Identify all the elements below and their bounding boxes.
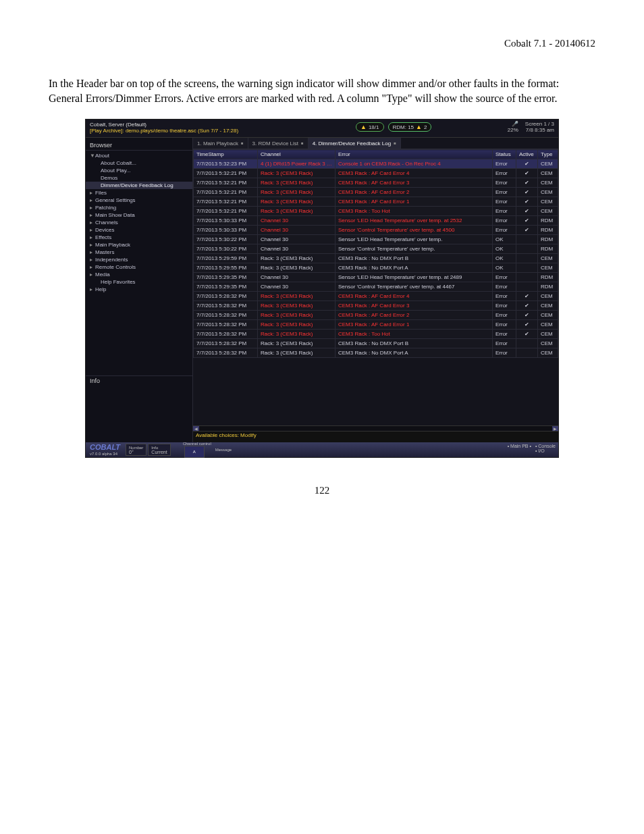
table-cell: CEM3 Rack : AF Card Error 4 (336, 292, 493, 301)
tree-item[interactable]: ▸ Masters (86, 249, 192, 256)
tree-item[interactable]: About Cobalt... (86, 159, 192, 167)
footer-number-box[interactable]: Number 0° (126, 444, 146, 456)
browser-title: Browser (86, 140, 192, 151)
table-cell: Channel 30 (258, 235, 336, 244)
table-cell: RDM (538, 273, 558, 282)
table-cell: CEM (538, 159, 558, 169)
table-row[interactable]: 7/7/2013 5:32:21 PMRack: 3 (CEM3 Rack)CE… (194, 169, 558, 178)
table-cell: RDM (538, 244, 558, 254)
table-row[interactable]: 7/7/2013 5:29:35 PMChannel 30Sensor 'Con… (194, 282, 558, 292)
table-cell: Error (493, 159, 516, 169)
tab[interactable]: 1. Main Playback ■ (193, 138, 248, 149)
table-row[interactable]: 7/7/2013 5:30:33 PMChannel 30Sensor 'LED… (194, 216, 558, 226)
tab[interactable]: 3. RDM Device List ■ (248, 138, 308, 149)
console-indicator: • Console (535, 444, 556, 448)
table-row[interactable]: 7/7/2013 5:29:55 PMRack: 3 (CEM3 Rack)CE… (194, 263, 558, 273)
table-cell: CEM (538, 348, 558, 358)
warning-indicator-rdm[interactable]: RDM: 15 ▲ 2 (388, 122, 432, 132)
table-row[interactable]: 7/7/2013 5:29:35 PMChannel 30Sensor 'LED… (194, 273, 558, 282)
table-cell: CEM3 Rack : No DMX Port B (336, 254, 493, 263)
column-header[interactable]: Type (538, 150, 558, 159)
table-cell: RDM (538, 282, 558, 292)
table-row[interactable]: 7/7/2013 5:28:32 PMRack: 3 (CEM3 Rack)CE… (194, 348, 558, 358)
table-cell: OK (493, 244, 516, 254)
table-row[interactable]: 7/7/2013 5:32:21 PMRack: 3 (CEM3 Rack)CE… (194, 197, 558, 207)
table-cell: CEM (538, 301, 558, 311)
table-row[interactable]: 7/7/2013 5:28:32 PMRack: 3 (CEM3 Rack)CE… (194, 301, 558, 311)
table-cell (516, 282, 538, 292)
table-row[interactable]: 7/7/2013 5:32:23 PM4 (1) DRd15 Power Rac… (194, 159, 558, 169)
table-cell: CEM3 Rack : AF Card Error 2 (336, 311, 493, 320)
tree-item[interactable]: ▸ Media (86, 271, 192, 278)
table-cell: Sensor 'Control Temperature' over temp. (336, 244, 493, 254)
channel-control-a[interactable]: A (184, 446, 205, 458)
table-cell: Rack: 3 (CEM3 Rack) (258, 207, 336, 216)
table-row[interactable]: 7/7/2013 5:29:59 PMRack: 3 (CEM3 Rack)CE… (194, 254, 558, 263)
table-row[interactable]: 7/7/2013 5:30:22 PMChannel 30Sensor 'Con… (194, 244, 558, 254)
tree-item[interactable]: Help Favorites (86, 278, 192, 286)
table-cell (516, 348, 538, 358)
table-row[interactable]: 7/7/2013 5:32:21 PMRack: 3 (CEM3 Rack)CE… (194, 188, 558, 197)
table-cell: Rack: 3 (CEM3 Rack) (258, 320, 336, 330)
table-cell: 7/7/2013 5:29:35 PM (194, 282, 258, 292)
table-cell: Channel 30 (258, 226, 336, 235)
table-cell: CEM3 Rack : AF Card Error 3 (336, 301, 493, 311)
tab[interactable]: 4. Dimmer/Device Feedback Log ■ (308, 138, 401, 149)
tree-item[interactable]: ▸ Effects (86, 234, 192, 241)
table-cell: 7/7/2013 5:32:21 PM (194, 188, 258, 197)
warning-indicator-general[interactable]: ▲ 18/1 (356, 122, 384, 132)
table-cell: CEM (538, 254, 558, 263)
table-row[interactable]: 7/7/2013 5:28:32 PMRack: 3 (CEM3 Rack)CE… (194, 339, 558, 348)
column-header[interactable]: Status (493, 150, 516, 159)
browser-sidebar: Browser ▼ AboutAbout Cobalt...About Play… (86, 138, 193, 442)
tree-item[interactable]: About Play... (86, 167, 192, 174)
table-cell (516, 339, 538, 348)
table-cell: 7/7/2013 5:28:32 PM (194, 292, 258, 301)
table-cell: CEM (538, 292, 558, 301)
table-header-row: TimeStampChannelErrorStatusActiveType (194, 150, 558, 159)
tree-item[interactable]: ▸ Remote Controls (86, 263, 192, 271)
table-cell: Rack: 3 (CEM3 Rack) (258, 169, 336, 178)
table-row[interactable]: 7/7/2013 5:30:33 PMChannel 30Sensor 'Con… (194, 226, 558, 235)
tree-item[interactable]: ▸ Independents (86, 256, 192, 263)
table-row[interactable]: 7/7/2013 5:28:32 PMRack: 3 (CEM3 Rack)CE… (194, 311, 558, 320)
table-row[interactable]: 7/7/2013 5:32:21 PMRack: 3 (CEM3 Rack)CE… (194, 178, 558, 188)
doc-header: Cobalt 7.1 - 20140612 (49, 38, 595, 49)
tree-item[interactable]: ▸ Patching (86, 204, 192, 211)
tree-item[interactable]: ▸ Files (86, 189, 192, 197)
column-header[interactable]: Error (336, 150, 493, 159)
table-cell: Error (493, 188, 516, 197)
table-row[interactable]: 7/7/2013 5:28:32 PMRack: 3 (CEM3 Rack)CE… (194, 292, 558, 301)
table-cell: Error (493, 301, 516, 311)
tree-item[interactable]: Demos (86, 174, 192, 182)
tree-item[interactable]: ▸ General Settings (86, 197, 192, 204)
table-cell: Rack: 3 (CEM3 Rack) (258, 330, 336, 339)
tree-item[interactable]: ▸ Main Show Data (86, 211, 192, 219)
browser-tree: ▼ AboutAbout Cobalt...About Play...Demos… (86, 151, 192, 375)
table-cell: RDM (538, 216, 558, 226)
tree-item[interactable]: ▸ Channels (86, 219, 192, 226)
table-row[interactable]: 7/7/2013 5:32:21 PMRack: 3 (CEM3 Rack)CE… (194, 207, 558, 216)
table-row[interactable]: 7/7/2013 5:28:32 PMRack: 3 (CEM3 Rack)CE… (194, 320, 558, 330)
column-header[interactable]: Channel (258, 150, 336, 159)
column-header[interactable]: TimeStamp (194, 150, 258, 159)
table-cell: Sensor 'LED Head Temperature' over temp. (336, 235, 493, 244)
table-row[interactable]: 7/7/2013 5:28:32 PMRack: 3 (CEM3 Rack)CE… (194, 330, 558, 339)
log-table-wrap: TimeStampChannelErrorStatusActiveType 7/… (193, 149, 558, 442)
table-cell: ✔ (516, 226, 538, 235)
table-cell: 4 (1) DRd15 Power Rack 3 (CEM3 Rack) (258, 159, 336, 169)
column-header[interactable]: Active (516, 150, 538, 159)
page-number: 122 (49, 485, 595, 496)
table-cell: Error (493, 320, 516, 330)
table-cell: CEM (538, 263, 558, 273)
tree-item[interactable]: ▼ About (86, 152, 192, 159)
table-cell (516, 263, 538, 273)
tree-item[interactable]: ▸ Help (86, 286, 192, 293)
table-cell (516, 254, 538, 263)
table-cell: CEM (538, 339, 558, 348)
footer-info-box[interactable]: Info Current (148, 444, 170, 456)
tree-item[interactable]: ▸ Main Playback (86, 241, 192, 249)
table-row[interactable]: 7/7/2013 5:30:22 PMChannel 30Sensor 'LED… (194, 235, 558, 244)
tree-item[interactable]: ▸ Devices (86, 226, 192, 234)
tree-item[interactable]: Dimmer/Device Feedback Log (86, 182, 192, 189)
